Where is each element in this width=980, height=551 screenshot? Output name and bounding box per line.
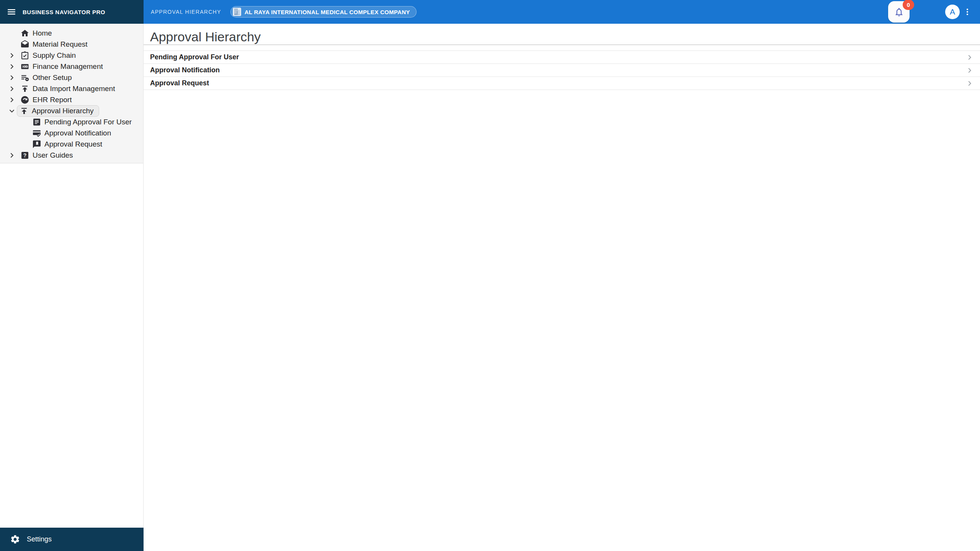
sidebar-item-material-request[interactable]: Material Request [0,39,143,50]
help-icon: ? [20,151,29,160]
chevron-right-icon [7,51,16,60]
redo-circle-icon [20,95,29,104]
list-item-approval-request[interactable]: Approval Request [144,77,980,90]
settings-button[interactable]: Settings [0,528,144,551]
company-selector-chip[interactable]: AL RAYA INTERNATIONAL MEDICAL COMPLEX CO… [230,6,416,18]
list-item-pending-approval-for-user[interactable]: Pending Approval For User [144,51,980,64]
svg-text:?: ? [23,152,27,158]
sidebar-item-label: User Guides [33,151,73,160]
chevron-right-icon [965,79,974,88]
sidebar-item-label: Pending Approval For User [44,118,132,126]
chevron-right-icon [7,151,16,160]
sidebar-item-approval-notification[interactable]: Approval Notification [0,127,143,139]
page-title: Approval Hierarchy [144,24,980,44]
clipboard-check-icon [20,51,29,60]
menu-icon[interactable] [7,7,16,17]
main-content: Approval Hierarchy Pending Approval For … [144,24,980,551]
sidebar-item-label: Supply Chain [33,51,76,60]
article-icon [32,117,41,127]
sidebar-item-approval-hierarchy[interactable]: Approval Hierarchy [0,105,143,116]
company-name: AL RAYA INTERNATIONAL MEDICAL COMPLEX CO… [245,9,410,15]
card-check-icon [32,129,41,138]
chevron-right-icon [965,66,974,75]
sidebar-item-label: Material Request [33,40,88,49]
sidebar-item-other-setup[interactable]: Other Setup [0,72,143,83]
kebab-icon [963,8,972,16]
list-item-label: Approval Request [150,79,965,87]
sidebar-item-user-guides[interactable]: ? User Guides [0,150,143,161]
sidebar-item-data-import-management[interactable]: Data Import Management [0,83,143,94]
app-title: BUSINESS NAVIGATOR PRO [23,9,105,15]
breadcrumb: APPROVAL HIERARCHY [151,9,221,15]
sidebar-item-supply-chain[interactable]: Supply Chain [0,50,143,61]
sidebar-item-label: Data Import Management [33,85,115,93]
app-window: BUSINESS NAVIGATOR PRO Home Material Req… [0,0,980,551]
home-icon [20,29,29,38]
bell-icon [894,7,904,17]
sidebar-header: BUSINESS NAVIGATOR PRO [0,0,144,24]
sidebar-nav: Home Material Request Supp [0,24,143,163]
sidebar-item-label: Home [33,29,52,37]
gear-icon [10,534,20,544]
sidebar-item-label: Approval Hierarchy [32,107,94,115]
more-menu-button[interactable] [962,5,973,19]
sidebar-item-label: Other Setup [33,73,72,82]
chat-bookmark-icon [32,140,41,149]
sidebar-item-finance-management[interactable]: Finance Management [0,61,143,72]
list-remove-icon [20,73,29,82]
topbar: APPROVAL HIERARCHY AL RAYA INTERNATIONAL… [144,0,980,24]
sidebar-item-ehr-report[interactable]: EHR Report [0,94,143,105]
selected-item-highlight: Approval Hierarchy [17,105,99,117]
avatar[interactable]: A [945,5,960,19]
list-item-approval-notification[interactable]: Approval Notification [144,64,980,77]
chevron-right-icon [7,62,16,71]
approval-list: Pending Approval For User Approval Notif… [144,51,980,90]
chevron-right-icon [7,95,16,104]
sidebar-item-approval-request[interactable]: Approval Request [0,139,143,150]
sidebar-empty-area [0,163,143,528]
sidebar: BUSINESS NAVIGATOR PRO Home Material Req… [0,0,144,551]
sidebar-item-label: Finance Management [33,62,103,71]
list-item-label: Approval Notification [150,66,965,74]
upload-icon [20,106,29,116]
chevron-down-icon [7,106,16,116]
chevron-right-icon [7,84,16,93]
notifications-button[interactable]: 0 [888,1,910,23]
money-icon [20,62,29,71]
upload-icon [20,84,29,93]
list-item-label: Pending Approval For User [150,53,965,61]
settings-label: Settings [27,535,52,543]
notification-badge: 0 [903,0,914,10]
sidebar-item-pending-approval-for-user[interactable]: Pending Approval For User [0,116,143,127]
sidebar-item-label: Approval Request [44,140,102,148]
chevron-right-icon [7,73,16,82]
chevron-right-icon [965,53,974,62]
sidebar-item-label: Approval Notification [44,129,111,137]
divider [144,44,980,45]
mail-icon [20,40,29,49]
building-icon [233,8,241,16]
sidebar-item-label: EHR Report [33,96,72,104]
sidebar-item-home[interactable]: Home [0,28,143,39]
